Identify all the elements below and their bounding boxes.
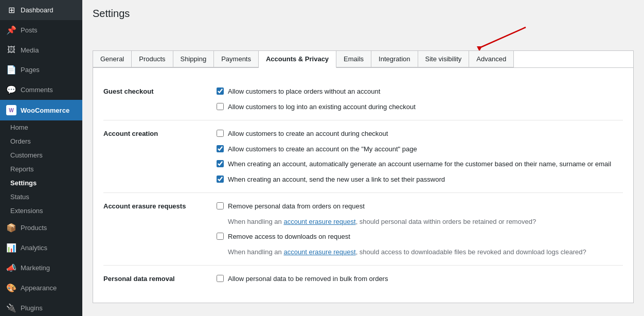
tabs-bar: General Products Shipping Payments Accou…: [93, 50, 634, 67]
sidebar-item-products[interactable]: 📦 Products: [0, 218, 82, 238]
section-controls-account-erasure: Remove personal data from orders on requ…: [217, 201, 623, 257]
settings-content: Guest checkout Allow customers to place …: [93, 67, 634, 303]
woo-icon: W: [6, 105, 16, 115]
pages-icon: 📄: [6, 65, 16, 75]
sidebar-item-posts[interactable]: 📌 Posts: [0, 20, 82, 40]
tab-accounts-privacy[interactable]: Accounts & Privacy: [259, 51, 336, 68]
checkbox-row-bulk-remove-personal-data: Allow personal data to be removed in bul…: [217, 274, 623, 284]
help-text-erasure-downloads: When handling an account erasure request…: [217, 247, 623, 257]
section-account-erasure: Account erasure requests Remove personal…: [103, 193, 623, 266]
section-label-account-creation: Account creation: [103, 129, 206, 184]
sidebar-item-woo-status[interactable]: Status: [0, 190, 82, 204]
tab-integration[interactable]: Integration: [371, 51, 418, 67]
woocommerce-label: WooCommerce: [21, 107, 69, 114]
sidebar-item-woo-home[interactable]: Home: [0, 120, 82, 134]
section-label-personal-data-removal: Personal data removal: [103, 274, 206, 284]
checkbox-orders-without-account[interactable]: [217, 87, 224, 95]
sidebar-label-marketing: Marketing: [21, 264, 50, 272]
comments-icon: 💬: [6, 85, 16, 95]
sidebar-label-analytics: Analytics: [21, 244, 47, 252]
section-controls-account-creation: Allow customers to create an account dur…: [217, 129, 623, 184]
checkbox-row-create-account-my-account: Allow customers to create an account on …: [217, 144, 623, 154]
section-controls-personal-data-removal: Allow personal data to be removed in bul…: [217, 274, 623, 284]
checkbox-create-account-checkout[interactable]: [217, 130, 224, 137]
sidebar-item-woo-reports[interactable]: Reports: [0, 162, 82, 176]
section-personal-data-removal: Personal data removal Allow personal dat…: [103, 266, 623, 292]
label-remove-personal-data-orders: Remove personal data from orders on requ…: [228, 201, 365, 212]
label-login-during-checkout: Allow customers to log into an existing …: [228, 102, 416, 112]
checkbox-remove-personal-data-orders[interactable]: [217, 202, 224, 209]
label-orders-without-account: Allow customers to place orders without …: [228, 86, 380, 97]
marketing-icon: 📣: [6, 263, 16, 273]
sidebar-item-analytics[interactable]: 📊 Analytics: [0, 238, 82, 258]
appearance-icon: 🎨: [6, 283, 16, 293]
sidebar-label-appearance: Appearance: [21, 284, 57, 292]
sidebar-item-marketing[interactable]: 📣 Marketing: [0, 258, 82, 278]
checkbox-row-send-password-link: When creating an account, send the new u…: [217, 174, 623, 185]
checkbox-row-login-during-checkout: Allow customers to log into an existing …: [217, 102, 623, 112]
sidebar-item-woocommerce[interactable]: W WooCommerce: [0, 100, 82, 120]
checkbox-send-password-link[interactable]: [217, 175, 224, 183]
label-bulk-remove-personal-data: Allow personal data to be removed in bul…: [228, 274, 388, 284]
plugins-icon: 🔌: [6, 303, 16, 313]
link-erasure-downloads[interactable]: account erasure request: [283, 248, 355, 256]
section-label-guest-checkout: Guest checkout: [103, 86, 206, 112]
checkbox-login-during-checkout[interactable]: [217, 103, 224, 110]
label-auto-generate-username: When creating an account, automatically …: [228, 159, 611, 169]
label-send-password-link: When creating an account, send the new u…: [228, 174, 445, 185]
sidebar-label-media: Media: [21, 46, 39, 54]
posts-icon: 📌: [6, 25, 16, 35]
sidebar: ⊞ Dashboard 📌 Posts 🖼 Media 📄 Pages 💬 Co…: [0, 0, 82, 316]
checkbox-row-remove-downloads: Remove access to downloads on request: [217, 232, 623, 242]
sidebar-label-comments: Comments: [21, 86, 53, 94]
label-remove-downloads: Remove access to downloads on request: [228, 232, 350, 242]
annotation-arrow: [428, 25, 531, 50]
tab-products[interactable]: Products: [132, 51, 173, 67]
label-create-account-checkout: Allow customers to create an account dur…: [228, 129, 388, 139]
tab-site-visibility[interactable]: Site visibility: [418, 51, 470, 67]
link-erasure-orders[interactable]: account erasure request: [283, 218, 355, 225]
section-controls-guest-checkout: Allow customers to place orders without …: [217, 86, 623, 112]
dashboard-icon: ⊞: [6, 5, 16, 15]
sidebar-item-woo-orders[interactable]: Orders: [0, 134, 82, 148]
sidebar-label-pages: Pages: [21, 66, 40, 74]
svg-marker-1: [477, 46, 482, 50]
tab-shipping[interactable]: Shipping: [173, 51, 214, 67]
tab-emails[interactable]: Emails: [336, 51, 371, 67]
sidebar-label-products: Products: [21, 224, 47, 232]
section-guest-checkout: Guest checkout Allow customers to place …: [103, 78, 623, 120]
sidebar-label-plugins: Plugins: [21, 304, 43, 312]
analytics-icon: 📊: [6, 243, 16, 253]
sidebar-item-comments[interactable]: 💬 Comments: [0, 80, 82, 100]
section-label-account-erasure: Account erasure requests: [103, 201, 206, 257]
page-header: Settings: [82, 0, 644, 25]
sidebar-item-woo-customers[interactable]: Customers: [0, 148, 82, 162]
sidebar-item-plugins[interactable]: 🔌 Plugins: [0, 298, 82, 316]
sidebar-item-dashboard[interactable]: ⊞ Dashboard: [0, 0, 82, 20]
sidebar-item-woo-extensions[interactable]: Extensions: [0, 204, 82, 218]
checkbox-remove-downloads[interactable]: [217, 233, 224, 240]
label-create-account-my-account: Allow customers to create an account on …: [228, 144, 417, 154]
sidebar-item-media[interactable]: 🖼 Media: [0, 40, 82, 60]
woocommerce-submenu: Home Orders Customers Reports Settings S…: [0, 120, 82, 218]
media-icon: 🖼: [6, 45, 16, 55]
checkbox-auto-generate-username[interactable]: [217, 160, 224, 167]
sidebar-item-pages[interactable]: 📄 Pages: [0, 60, 82, 80]
checkbox-row-orders-without-account: Allow customers to place orders without …: [217, 86, 623, 97]
checkbox-bulk-remove-personal-data[interactable]: [217, 275, 224, 282]
checkbox-create-account-my-account[interactable]: [217, 145, 224, 152]
sidebar-item-woo-settings[interactable]: Settings: [0, 176, 82, 190]
products-icon: 📦: [6, 223, 16, 233]
svg-line-0: [479, 27, 526, 48]
section-account-creation: Account creation Allow customers to crea…: [103, 120, 623, 193]
tab-general[interactable]: General: [93, 51, 132, 67]
sidebar-label-posts: Posts: [21, 26, 38, 34]
sidebar-item-appearance[interactable]: 🎨 Appearance: [0, 278, 82, 298]
help-text-erasure-orders: When handling an account erasure request…: [217, 217, 623, 227]
tab-payments[interactable]: Payments: [214, 51, 259, 67]
tab-advanced[interactable]: Advanced: [469, 51, 514, 67]
checkbox-row-create-account-checkout: Allow customers to create an account dur…: [217, 129, 623, 139]
sidebar-label-dashboard: Dashboard: [21, 6, 53, 14]
checkbox-row-remove-personal-data-orders: Remove personal data from orders on requ…: [217, 201, 623, 212]
page-title: Settings: [93, 8, 634, 20]
